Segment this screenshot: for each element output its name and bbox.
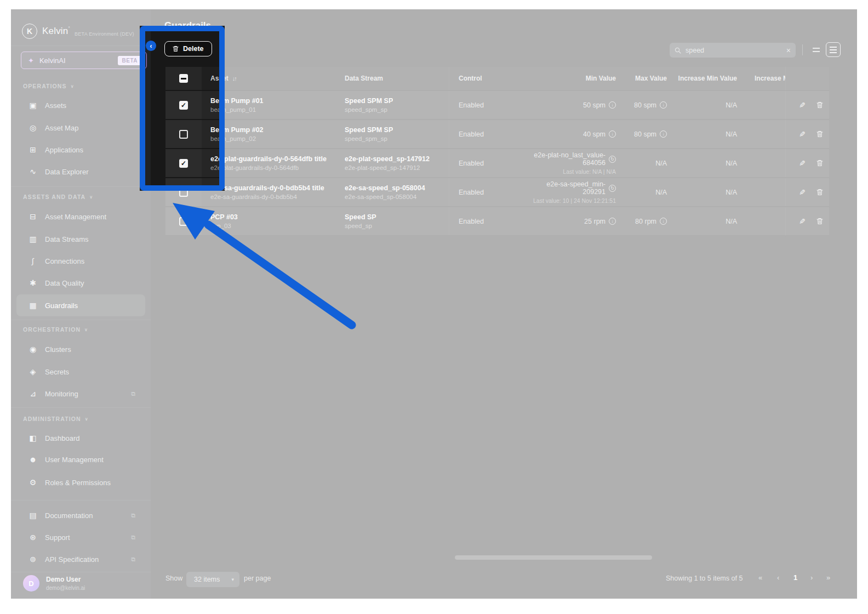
assets-icon: ▣ — [28, 101, 37, 110]
environment-label: BETA Environment (DEV) — [75, 31, 134, 37]
two-lines-icon — [813, 48, 820, 52]
row-checkbox[interactable] — [179, 130, 188, 139]
asset-id: pcp_03 — [210, 223, 238, 229]
data-stream-name: e2e-plat-speed_sp-147912 — [345, 155, 430, 163]
row-checkbox[interactable] — [179, 217, 188, 226]
external-link-icon: ⧉ — [131, 556, 135, 563]
section-assets-and-data[interactable]: Assets and Data∨ — [11, 194, 93, 200]
sidebar-item-documentation[interactable]: ▤ Documentation ⧉ — [16, 504, 145, 526]
sidebar-item-guardrails[interactable]: ▦ Guardrails — [16, 294, 145, 316]
chevron-down-icon: ∨ — [71, 84, 75, 89]
sidebar-item-label: Support — [45, 533, 70, 542]
edit-icon[interactable]: ✎ — [799, 130, 806, 139]
edit-icon[interactable]: ✎ — [799, 217, 806, 226]
page-size-dropdown[interactable]: 32 items ▾ — [186, 572, 239, 587]
next-page-button[interactable]: › — [810, 573, 813, 582]
search-input[interactable] — [684, 46, 783, 55]
sidebar-item-label: Dashboard — [45, 434, 80, 442]
kelvinai-label: KelvinAI — [39, 56, 118, 65]
trash-icon[interactable] — [816, 218, 823, 225]
data-stream-id: speed_spm_sp — [345, 106, 393, 113]
sidebar-item-asset-management[interactable]: ⊟ Asset Management — [16, 206, 145, 228]
sidebar-item-applications[interactable]: ⊞ Applications — [16, 139, 145, 161]
column-header-asset[interactable]: Asset↓↑ — [202, 67, 336, 90]
edit-icon[interactable]: ✎ — [799, 188, 806, 197]
min-value: e2e-sa-speed_min-209291 — [532, 180, 606, 196]
delete-button[interactable]: Delete — [164, 41, 212, 56]
circle-arrow-down-icon: ↓ — [609, 218, 616, 225]
circle-refresh-icon: ↻ — [609, 156, 616, 163]
row-checkbox[interactable] — [179, 101, 188, 110]
sparkle-icon: ✦ — [28, 56, 34, 65]
min-value: 40 spm — [583, 130, 606, 138]
sort-icon[interactable]: ↓↑ — [232, 75, 236, 82]
sidebar-item-api-specification[interactable]: ⊚ API Specification ⧉ — [16, 548, 145, 570]
last-value: Last value: 10 | 24 Nov 12:21:51 — [533, 197, 616, 204]
dashboard-icon: ◧ — [28, 434, 37, 442]
sidebar-item-label: User Management — [45, 456, 104, 464]
row-checkbox[interactable] — [179, 159, 188, 168]
kelvin-logo-icon: K — [22, 24, 37, 39]
sidebar-collapse-button[interactable]: ‹ — [146, 41, 156, 51]
trash-icon[interactable] — [816, 189, 823, 196]
document-icon: ▤ — [28, 511, 37, 520]
last-value: Last value: N/A | N/A — [563, 168, 616, 175]
sidebar-item-label: Clusters — [45, 345, 71, 354]
sidebar-item-label: Data Streams — [45, 235, 88, 243]
sidebar-item-secrets[interactable]: ◈ Secrets — [16, 361, 145, 383]
circle-arrow-down-icon: ↓ — [609, 101, 616, 109]
per-page-label: per page — [244, 575, 271, 582]
sidebar-item-connections[interactable]: ∫ Connections — [16, 250, 145, 272]
sidebar-item-roles-permissions[interactable]: ⚙ Roles & Permissions — [16, 471, 145, 493]
trash-icon[interactable] — [816, 101, 823, 109]
sidebar-item-clusters[interactable]: ◉ Clusters — [16, 338, 145, 360]
sidebar-item-user-management[interactable]: ☻ User Management — [16, 448, 145, 470]
sidebar-item-assets[interactable]: ▣ Assets — [16, 94, 145, 116]
sidebar-item-monitoring[interactable]: ⊿ Monitoring ⧉ — [16, 383, 145, 405]
edit-icon[interactable]: ✎ — [799, 101, 806, 110]
sidebar-item-support[interactable]: ⊛ Support ⧉ — [16, 526, 145, 548]
data-stream-name: e2e-sa-speed_sp-058004 — [345, 184, 425, 192]
applications-icon: ⊞ — [28, 145, 37, 154]
section-operations[interactable]: Operations∨ — [11, 83, 75, 89]
table-row: e2e-sa-guardrails-dy-0-bdb5b4 title e2e-… — [165, 178, 829, 207]
trash-icon[interactable] — [816, 160, 823, 167]
user-profile[interactable]: D Demo User demo@kelvin.ai — [23, 575, 85, 592]
sidebar-item-label: Asset Management — [45, 213, 106, 221]
sidebar-item-label: Secrets — [45, 368, 69, 376]
bar-chart-icon: ▥ — [28, 235, 37, 243]
list-view-button[interactable] — [826, 42, 841, 57]
last-page-button[interactable]: » — [826, 573, 830, 582]
sidebar-item-dashboard[interactable]: ◧ Dashboard — [16, 427, 145, 449]
max-value: N/A — [655, 160, 667, 167]
horizontal-scrollbar[interactable] — [455, 555, 652, 560]
chevron-left-icon: ‹ — [150, 42, 152, 50]
sidebar-item-label: Data Quality — [45, 279, 84, 287]
sidebar-item-label: Assets — [45, 101, 66, 110]
avatar: D — [23, 575, 39, 592]
row-checkbox[interactable] — [179, 188, 188, 197]
kelvinai-button[interactable]: ✦ KelvinAI BETA — [21, 52, 147, 69]
increase-min-value: N/A — [726, 218, 737, 225]
sidebar-item-data-streams[interactable]: ▥ Data Streams — [16, 228, 145, 250]
trash-icon[interactable] — [816, 130, 823, 138]
data-stream-id: speed_spm_sp — [345, 135, 393, 142]
control-status: Enabled — [459, 189, 484, 196]
compact-view-button[interactable] — [809, 42, 824, 57]
divider — [11, 407, 151, 408]
section-orchestration[interactable]: Orchestration∨ — [11, 326, 88, 333]
edit-icon[interactable]: ✎ — [799, 159, 806, 168]
data-stream-id: speed_sp — [345, 223, 376, 229]
previous-page-button[interactable]: ‹ — [777, 573, 779, 582]
sidebar-item-data-explorer[interactable]: ∿ Data Explorer — [16, 161, 145, 183]
external-link-icon: ⧉ — [131, 390, 135, 397]
sidebar-item-data-quality[interactable]: ✱ Data Quality — [16, 272, 145, 294]
table-row: e2e-plat-guardrails-dy-0-564dfb title e2… — [165, 149, 829, 178]
sidebar-item-asset-map[interactable]: ◎ Asset Map — [16, 117, 145, 139]
clear-search-icon[interactable]: × — [786, 47, 791, 54]
first-page-button[interactable]: « — [758, 573, 762, 582]
circle-arrow-down-icon: ↓ — [660, 130, 667, 138]
data-stream-id: e2e-plat-speed_sp-147912 — [345, 164, 430, 171]
section-administration[interactable]: Administration∨ — [11, 416, 89, 422]
select-all-checkbox[interactable] — [179, 74, 188, 83]
